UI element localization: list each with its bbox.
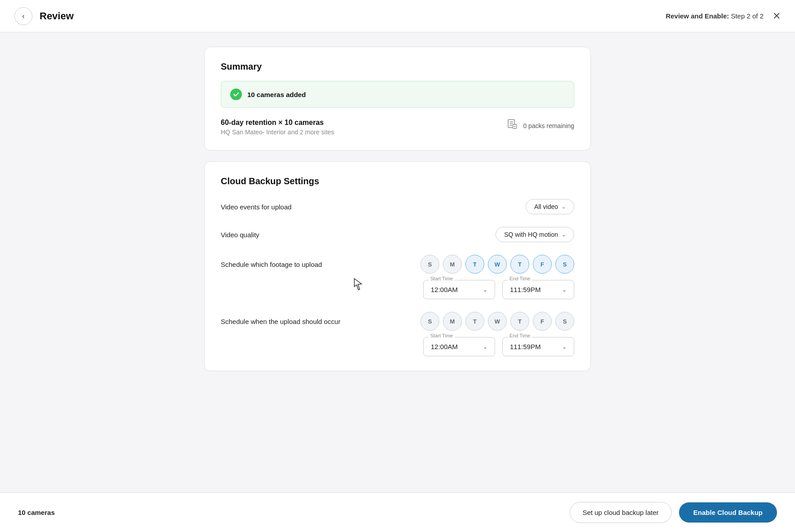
upload-day-6[interactable]: S <box>555 312 574 331</box>
schedule-footage-section: Schedule which footage to upload SMTWTFS… <box>221 255 574 299</box>
upload-end-time-group: End Time 111:59PM ⌄ <box>502 337 574 356</box>
upload-start-time-group: Start Time 12:00AM ⌄ <box>423 337 495 356</box>
schedule-footage-label: Schedule which footage to upload <box>221 261 322 268</box>
footage-day-buttons: SMTWTFS <box>420 255 574 274</box>
video-events-label: Video events for upload <box>221 203 291 211</box>
video-events-dropdown[interactable]: All video ⌄ <box>526 199 574 214</box>
upload-end-time-dropdown[interactable]: 111:59PM ⌄ <box>502 337 574 356</box>
chevron-down-icon: ⌄ <box>483 344 487 350</box>
retention-left: 60-day retention × 10 cameras HQ San Mat… <box>221 119 334 136</box>
upload-time-row: Start Time 12:00AM ⌄ End Time 111:59PM ⌄ <box>423 337 574 356</box>
success-icon <box>230 89 242 100</box>
chevron-down-icon: ⌄ <box>562 204 566 210</box>
footage-day-0[interactable]: S <box>420 255 439 274</box>
retention-row: 60-day retention × 10 cameras HQ San Mat… <box>221 119 574 136</box>
footage-end-time-dropdown[interactable]: 111:59PM ⌄ <box>502 280 574 299</box>
footage-start-time-group: Start Time 12:00AM ⌄ <box>423 280 495 299</box>
chevron-down-icon: ⌄ <box>562 287 567 293</box>
chevron-down-icon: ⌄ <box>562 344 567 350</box>
footage-end-time-group: End Time 111:59PM ⌄ <box>502 280 574 299</box>
upload-day-3[interactable]: W <box>488 312 507 331</box>
footage-day-3[interactable]: W <box>488 255 507 274</box>
retention-right: 0 packs remaining <box>507 119 574 133</box>
footage-day-1[interactable]: M <box>443 255 462 274</box>
chevron-down-icon: ⌄ <box>562 232 566 238</box>
close-button[interactable]: ✕ <box>773 11 781 21</box>
packs-icon <box>507 119 518 133</box>
retention-title: 60-day retention × 10 cameras <box>221 119 334 127</box>
success-text: 10 cameras added <box>247 91 306 98</box>
cloud-backup-card: Cloud Backup Settings Video events for u… <box>204 161 591 371</box>
upload-day-buttons: SMTWTFS <box>420 312 574 331</box>
upload-day-0[interactable]: S <box>420 312 439 331</box>
header-right: Review and Enable: Step 2 of 2 ✕ <box>665 11 781 21</box>
packs-text: 0 packs remaining <box>523 122 574 129</box>
schedule-footage-row-top: Schedule which footage to upload SMTWTFS <box>221 255 574 274</box>
footage-end-time-label: End Time <box>508 276 532 281</box>
footage-day-4[interactable]: T <box>510 255 529 274</box>
schedule-upload-label: Schedule when the upload should occur <box>221 318 340 325</box>
step-indicator: Review and Enable: Step 2 of 2 <box>665 12 764 20</box>
video-quality-dropdown[interactable]: SQ with HQ motion ⌄ <box>496 227 574 242</box>
retention-subtitle: HQ San Mateo- Interior and 2 more sites <box>221 129 334 136</box>
chevron-down-icon: ⌄ <box>483 287 487 293</box>
footage-start-time-dropdown[interactable]: 12:00AM ⌄ <box>423 280 495 299</box>
footer-camera-count: 10 cameras <box>18 509 55 516</box>
footer: 10 cameras Set up cloud backup later Ena… <box>0 492 795 532</box>
main-content: Summary 10 cameras added 60-day retentio… <box>0 32 795 425</box>
footage-day-2[interactable]: T <box>465 255 484 274</box>
upload-start-time-dropdown[interactable]: 12:00AM ⌄ <box>423 337 495 356</box>
upload-start-time-label: Start Time <box>429 333 455 338</box>
upload-day-5[interactable]: F <box>533 312 552 331</box>
summary-card: Summary 10 cameras added 60-day retentio… <box>204 47 591 151</box>
header-left: ‹ Review <box>14 7 74 25</box>
back-button[interactable]: ‹ <box>14 7 32 25</box>
schedule-upload-section: Schedule when the upload should occur SM… <box>221 312 574 356</box>
setup-later-button[interactable]: Set up cloud backup later <box>570 502 672 523</box>
footage-time-row: Start Time 12:00AM ⌄ End Time 111:59PM ⌄ <box>423 280 574 299</box>
footage-day-5[interactable]: F <box>533 255 552 274</box>
upload-end-time-label: End Time <box>508 333 532 338</box>
schedule-upload-row-top: Schedule when the upload should occur SM… <box>221 312 574 331</box>
video-events-row: Video events for upload All video ⌄ <box>221 199 574 214</box>
upload-day-1[interactable]: M <box>443 312 462 331</box>
success-banner: 10 cameras added <box>221 81 574 108</box>
upload-day-4[interactable]: T <box>510 312 529 331</box>
footage-day-6[interactable]: S <box>555 255 574 274</box>
upload-day-2[interactable]: T <box>465 312 484 331</box>
footer-right: Set up cloud backup later Enable Cloud B… <box>570 502 777 523</box>
video-quality-row: Video quality SQ with HQ motion ⌄ <box>221 227 574 242</box>
footage-start-time-label: Start Time <box>429 276 455 281</box>
summary-title: Summary <box>221 62 574 72</box>
header: ‹ Review Review and Enable: Step 2 of 2 … <box>0 0 795 32</box>
enable-cloud-backup-button[interactable]: Enable Cloud Backup <box>679 502 777 523</box>
settings-title: Cloud Backup Settings <box>221 176 574 186</box>
page-title: Review <box>40 10 74 22</box>
video-quality-label: Video quality <box>221 231 259 239</box>
